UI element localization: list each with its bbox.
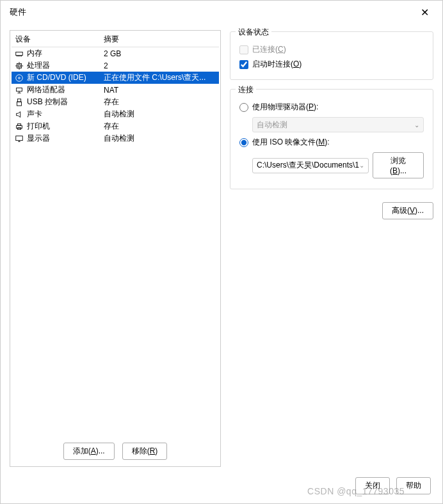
svg-rect-1 [17, 63, 22, 68]
header-summary[interactable]: 摘要 [104, 34, 216, 45]
row-device-label: 处理器 [27, 60, 104, 71]
connected-label: 已连接(C) [252, 44, 286, 55]
connected-checkbox-row: 已连接(C) [239, 42, 424, 57]
physical-drive-combo: 自动检测 ⌄ [252, 117, 424, 132]
dialog-body: 设备 摘要 内存2 GB处理器2新 CD/DVD (IDE)正在使用文件 C:\… [1, 24, 442, 471]
row-summary-label: NAT [104, 86, 216, 95]
svg-rect-5 [17, 88, 22, 91]
device-list-panel: 设备 摘要 内存2 GB处理器2新 CD/DVD (IDE)正在使用文件 C:\… [10, 30, 221, 467]
connect-on-power-checkbox[interactable] [239, 60, 248, 69]
row-summary-label: 存在 [104, 97, 216, 107]
row-device-label: 内存 [27, 48, 104, 59]
row-summary-label: 自动检测 [104, 109, 216, 120]
sound-icon [14, 109, 24, 120]
add-button[interactable]: 添加(A)... [63, 443, 115, 460]
row-summary-label: 2 [104, 61, 216, 70]
row-summary-label: 自动检测 [104, 133, 216, 144]
network-icon [14, 85, 24, 95]
svg-rect-2 [18, 65, 20, 67]
table-row[interactable]: 声卡自动检测 [12, 108, 219, 120]
svg-rect-0 [16, 52, 23, 55]
svg-rect-6 [17, 98, 20, 101]
advanced-button[interactable]: 高级(V)... [382, 202, 433, 219]
display-icon [14, 134, 24, 144]
close-icon: ✕ [421, 6, 429, 19]
remove-button[interactable]: 移除(R) [122, 443, 168, 460]
settings-panel: 设备状态 已连接(C) 启动时连接(O) 连接 使用物理驱动器(P): [230, 30, 433, 467]
svg-rect-9 [17, 123, 20, 125]
help-button[interactable]: 帮助 [396, 477, 431, 494]
table-row[interactable]: 网络适配器NAT [12, 84, 219, 96]
memory-icon [14, 49, 24, 59]
close-dialog-button[interactable]: 关闭 [355, 477, 390, 494]
row-device-label: 声卡 [27, 109, 104, 120]
iso-path-combo[interactable]: C:\Users\查天昊\Documents\1 ⌄ [252, 158, 369, 173]
table-row[interactable]: 内存2 GB [12, 47, 219, 59]
table-body: 内存2 GB处理器2新 CD/DVD (IDE)正在使用文件 C:\Users\… [12, 47, 219, 145]
usb-icon [14, 97, 24, 107]
table-row[interactable]: 打印机存在 [12, 120, 219, 132]
chevron-down-icon: ⌄ [359, 162, 364, 169]
table-row[interactable]: 处理器2 [12, 59, 219, 72]
use-physical-radio[interactable] [239, 103, 248, 112]
advanced-row: 高级(V)... [230, 198, 433, 223]
row-device-label: USB 控制器 [27, 97, 104, 107]
hardware-dialog: 硬件 ✕ 设备 摘要 内存2 GB处理器2新 CD/DVD (IDE)正在使用文… [0, 0, 443, 504]
device-status-group: 设备状态 已连接(C) 启动时连接(O) [230, 31, 433, 80]
table-header: 设备 摘要 [12, 32, 219, 47]
close-button[interactable]: ✕ [412, 3, 437, 22]
row-summary-label: 2 GB [104, 49, 216, 58]
connect-on-power-row[interactable]: 启动时连接(O) [239, 57, 424, 72]
chevron-down-icon: ⌄ [414, 122, 419, 129]
dialog-title: 硬件 [10, 6, 26, 18]
svg-rect-11 [16, 136, 23, 140]
cd-icon [14, 73, 24, 83]
iso-path-subrow: C:\Users\查天昊\Documents\1 ⌄ 浏览(B)... [252, 150, 424, 181]
svg-point-4 [19, 77, 20, 79]
table-row[interactable]: 显示器自动检测 [12, 132, 219, 145]
connection-title: 连接 [236, 84, 256, 95]
device-table: 设备 摘要 内存2 GB处理器2新 CD/DVD (IDE)正在使用文件 C:\… [12, 32, 219, 437]
row-summary-label: 正在使用文件 C:\Users\查天... [104, 72, 216, 83]
row-summary-label: 存在 [104, 121, 216, 132]
device-status-title: 设备状态 [236, 27, 271, 38]
use-iso-radio-row[interactable]: 使用 ISO 映像文件(M): [239, 135, 424, 150]
printer-icon [14, 122, 24, 132]
row-device-label: 新 CD/DVD (IDE) [27, 72, 104, 83]
use-physical-radio-row[interactable]: 使用物理驱动器(P): [239, 100, 424, 114]
cpu-icon [14, 61, 24, 71]
svg-point-3 [16, 74, 23, 81]
svg-rect-7 [17, 102, 22, 106]
physical-drive-subrow: 自动检测 ⌄ [252, 114, 424, 135]
titlebar: 硬件 ✕ [1, 1, 442, 24]
use-physical-label: 使用物理驱动器(P): [252, 102, 318, 113]
row-device-label: 显示器 [27, 133, 104, 144]
dialog-footer: 关闭 帮助 [1, 471, 442, 503]
left-panel-buttons: 添加(A)... 移除(R) [12, 437, 219, 465]
row-device-label: 网络适配器 [27, 84, 104, 95]
browse-button[interactable]: 浏览(B)... [373, 152, 424, 178]
table-row[interactable]: 新 CD/DVD (IDE)正在使用文件 C:\Users\查天... [12, 72, 219, 84]
connect-on-power-label: 启动时连接(O) [252, 59, 302, 70]
connected-checkbox [239, 45, 248, 54]
connection-group: 连接 使用物理驱动器(P): 自动检测 ⌄ 使用 ISO 映像文件(M): [230, 89, 433, 189]
use-iso-label: 使用 ISO 映像文件(M): [252, 137, 330, 148]
use-iso-radio[interactable] [239, 138, 248, 147]
table-row[interactable]: USB 控制器存在 [12, 96, 219, 108]
header-device[interactable]: 设备 [14, 34, 104, 45]
row-device-label: 打印机 [27, 121, 104, 132]
